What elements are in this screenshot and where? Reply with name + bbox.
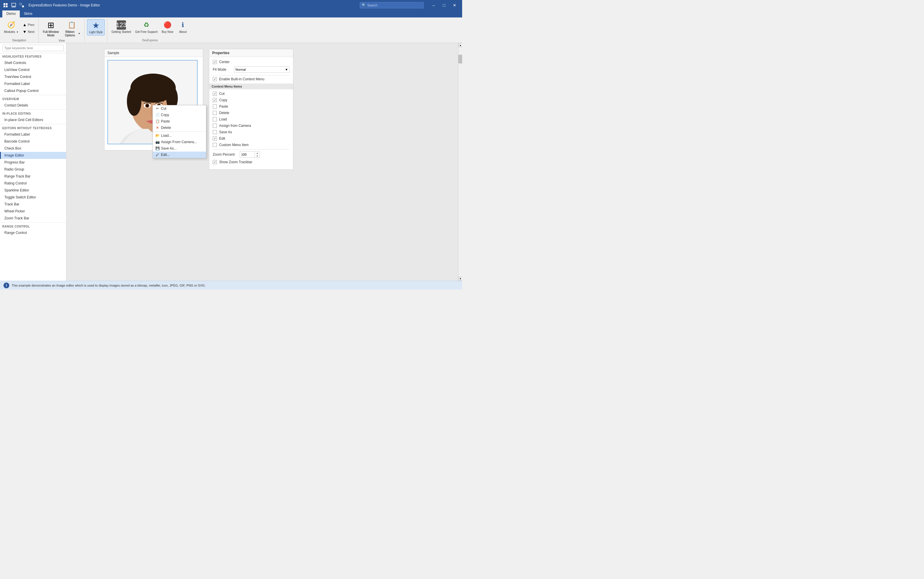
svg-point-20 xyxy=(146,105,149,107)
sidebar-item-listview[interactable]: ListView Control xyxy=(0,66,66,73)
sidebar-item-range-track-bar[interactable]: Range Track Bar xyxy=(0,173,66,180)
save-as-prop-checkbox[interactable] xyxy=(213,130,217,134)
sidebar-item-barcode[interactable]: Barcode Control xyxy=(0,138,66,145)
enable-context-menu-checkbox[interactable] xyxy=(213,77,217,81)
svg-point-13 xyxy=(127,87,141,116)
prop-sep-2 xyxy=(213,149,289,150)
ribbon-btn-about[interactable]: ℹ About xyxy=(175,19,190,35)
getting-started-icon: 123 xyxy=(117,20,126,29)
ribbon-btn-prev[interactable]: ▲ Prev xyxy=(21,21,36,28)
scroll-up-button[interactable]: ▲ xyxy=(458,43,462,47)
sidebar-section-overview: OVERVIEW xyxy=(0,96,66,102)
zoom-up-button[interactable]: ▲ xyxy=(255,152,260,154)
scroll-down-button[interactable]: ▼ xyxy=(458,277,462,281)
copy-prop-checkbox[interactable] xyxy=(213,98,217,102)
prop-fitmode-row: Fit Mode Normal ▼ xyxy=(213,66,289,73)
paste-prop-checkbox[interactable] xyxy=(213,105,217,108)
layout-icon[interactable] xyxy=(10,2,17,8)
ribbon-btn-ribbon-options[interactable]: 📋 Ribbon Options ▼ xyxy=(61,19,82,38)
ribbon-btn-getting-started[interactable]: 123 Getting Started xyxy=(110,19,133,35)
svg-rect-2 xyxy=(3,5,5,7)
sidebar-item-rating-control[interactable]: Rating Control xyxy=(0,180,66,187)
sidebar-item-treeview[interactable]: TreeView Control xyxy=(0,73,66,80)
zoom-down-button[interactable]: ▼ xyxy=(255,154,260,157)
edit-icon: 🖊 xyxy=(155,153,160,157)
tab-skins[interactable]: Skins xyxy=(20,10,36,18)
ribbon-view-buttons: ⊞ Full-Window Mode 📋 Ribbon Options ▼ xyxy=(41,19,82,38)
context-item-paste[interactable]: 📋 Paste xyxy=(153,118,206,124)
tab-demo[interactable]: Demo xyxy=(2,10,20,18)
ribbon-group-devexpress: 123 Getting Started ♻ Get Free Support 🔴… xyxy=(107,18,193,43)
context-item-load[interactable]: 📂 Load... xyxy=(153,132,206,139)
maximize-button[interactable]: □ xyxy=(439,0,449,10)
sidebar-item-shell-controls[interactable]: Shell Controls xyxy=(0,59,66,66)
sidebar-item-zoom-track-bar[interactable]: Zoom Track Bar xyxy=(0,215,66,222)
sidebar-item-radio-group[interactable]: Radio Group xyxy=(0,166,66,173)
sidebar-section-highlighted: HIGHLIGHTED FEATURES xyxy=(0,53,66,59)
properties-content: Center Fit Mode Normal ▼ Enable Built-in… xyxy=(209,57,293,169)
ribbon-btn-full-window[interactable]: ⊞ Full-Window Mode xyxy=(41,19,61,38)
save-as-prop-label: Save As xyxy=(219,130,232,134)
search-bar[interactable]: 🔍 Search xyxy=(360,2,424,8)
fitmode-select[interactable]: Normal ▼ xyxy=(234,66,289,73)
close-button[interactable]: ✕ xyxy=(449,0,460,10)
context-load-label: Load... xyxy=(161,134,172,137)
sidebar-item-inplace-grid[interactable]: In-place Grid Cell Editors xyxy=(0,116,66,123)
sidebar-item-progress-bar[interactable]: Progress Bar xyxy=(0,159,66,166)
ribbon-btn-get-free-support[interactable]: ♻ Get Free Support xyxy=(133,19,159,35)
window-controls: – □ ✕ xyxy=(428,0,460,10)
load-prop-label: Load xyxy=(219,117,227,121)
sidebar-search-input[interactable] xyxy=(2,45,64,51)
cut-prop-label: Cut xyxy=(219,92,225,96)
context-item-save-as[interactable]: 💾 Save As... xyxy=(153,145,206,152)
context-item-assign-camera[interactable]: 📷 Assign From Camera... xyxy=(153,139,206,145)
ribbon-btn-light-style[interactable]: ★ Light Style xyxy=(87,19,105,36)
sidebar-item-checkbox[interactable]: Check Box xyxy=(0,145,66,152)
context-item-cut[interactable]: ✂ Cut xyxy=(153,105,206,112)
sidebar-item-track-bar[interactable]: Track Bar xyxy=(0,201,66,208)
context-delete-label: Delete xyxy=(161,126,171,130)
sidebar-item-wheel-picker[interactable]: Wheel Picker xyxy=(0,208,66,215)
ribbon-btn-buy-now[interactable]: 🔴 Buy Now xyxy=(160,19,175,35)
title-bar: ExpressEditors Features Demo - Image Edi… xyxy=(0,0,462,10)
context-item-edit[interactable]: 🖊 Edit... xyxy=(153,152,206,158)
prop-paste-row: Paste xyxy=(213,105,289,108)
sample-panel: Sample xyxy=(104,49,203,150)
ribbon-group-navigation: 🧭 Modules ▼ ▲ Prev ▼ Next Navigation xyxy=(0,18,39,43)
load-prop-checkbox[interactable] xyxy=(213,117,217,121)
context-item-delete[interactable]: ✕ Delete xyxy=(153,124,206,131)
sidebar-item-formatted-label2[interactable]: Formatted Label xyxy=(0,131,66,138)
minimize-button[interactable]: – xyxy=(428,0,439,10)
sidebar-item-sparkline[interactable]: Sparkline Editor xyxy=(0,187,66,194)
custom-menu-prop-checkbox[interactable] xyxy=(213,143,217,147)
ribbon-group-style: ★ Light Style xyxy=(85,18,107,43)
sidebar-item-formatted-label[interactable]: Formatted Label xyxy=(0,80,66,87)
edit-prop-checkbox[interactable] xyxy=(213,136,217,141)
ribbon-style-buttons: ★ Light Style xyxy=(87,19,105,38)
zoom-percent-input[interactable] xyxy=(240,152,255,157)
prop-center-row: Center xyxy=(213,60,289,64)
delete-prop-label: Delete xyxy=(219,111,229,115)
sidebar-item-image-editor[interactable]: Image Editor xyxy=(0,152,66,159)
sidebar-item-range-control[interactable]: Range Control xyxy=(0,229,66,236)
zoom-spin-buttons: ▲ ▼ xyxy=(255,152,260,157)
svg-rect-5 xyxy=(11,7,16,7)
prev-label: Prev xyxy=(28,23,34,26)
cut-prop-checkbox[interactable] xyxy=(213,92,217,96)
selection-icon[interactable] xyxy=(19,2,25,8)
ribbon-btn-modules[interactable]: 🧭 Modules ▼ xyxy=(2,19,20,35)
sidebar-item-toggle-switch[interactable]: Toggle Switch Editor xyxy=(0,194,66,201)
ribbon-btn-next[interactable]: ▼ Next xyxy=(21,28,36,35)
delete-prop-checkbox[interactable] xyxy=(213,111,217,115)
show-zoom-checkbox[interactable] xyxy=(213,160,217,164)
ribbon-options-icon: 📋 xyxy=(67,20,76,29)
assign-camera-prop-checkbox[interactable] xyxy=(213,124,217,128)
sidebar-item-callout[interactable]: Callout Popup Control xyxy=(0,87,66,94)
ribbon-options-label: Ribbon Options xyxy=(63,30,77,37)
context-item-copy[interactable]: 📄 Copy xyxy=(153,112,206,118)
custom-menu-prop-label: Custom Menu Item xyxy=(219,143,249,147)
about-icon: ℹ xyxy=(178,20,187,29)
center-checkbox[interactable] xyxy=(213,60,217,64)
sidebar-item-contact-details[interactable]: Contact Details xyxy=(0,102,66,109)
scroll-thumb[interactable] xyxy=(458,55,462,64)
